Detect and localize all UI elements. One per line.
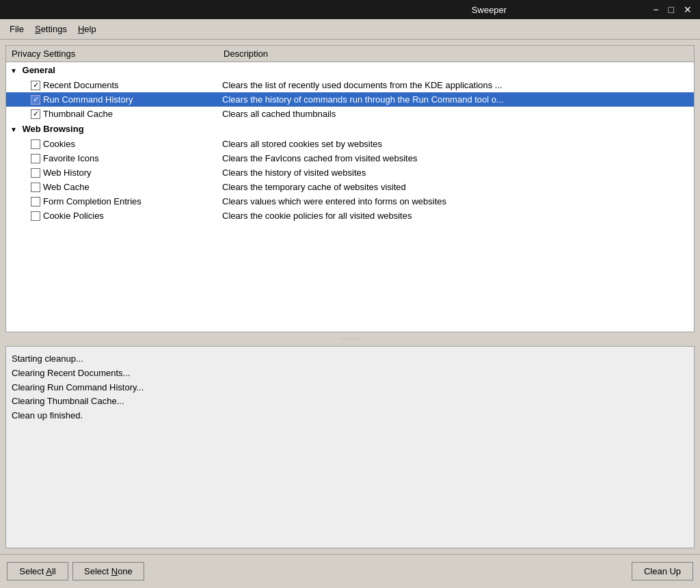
- maximize-button[interactable]: □: [666, 5, 677, 14]
- output-line-4: Clearing Thumbnail Cache...: [12, 395, 688, 409]
- item-label-cookies: Cookies: [43, 139, 75, 149]
- checkbox-form-completion[interactable]: [31, 197, 40, 206]
- item-label-web-history: Web History: [43, 168, 92, 178]
- checkbox-cookie-policies[interactable]: [31, 211, 40, 221]
- table-row[interactable]: Web Cache Clears the temporary cache of …: [6, 180, 694, 194]
- divider[interactable]: · · · · ·: [5, 336, 695, 342]
- item-desc-cookie-policies: Clears the cookie policies for all visit…: [218, 209, 694, 223]
- menu-settings[interactable]: Settings: [29, 22, 72, 36]
- output-line-5: Clean up finished.: [12, 409, 688, 423]
- checkbox-recent-documents[interactable]: [31, 81, 40, 90]
- item-desc-cookies: Clears all stored cookies set by website…: [218, 137, 694, 151]
- checkbox-cookies[interactable]: [31, 139, 40, 149]
- item-label-cookie-policies: Cookie Policies: [43, 211, 104, 221]
- select-all-button[interactable]: Select All: [7, 562, 68, 580]
- table-row[interactable]: Thumbnail Cache Clears all cached thumbn…: [6, 107, 694, 121]
- window-title: Sweeper: [328, 5, 651, 15]
- close-button[interactable]: ✕: [681, 5, 695, 14]
- table-row[interactable]: Favorite Icons Clears the FavIcons cache…: [6, 151, 694, 165]
- checkbox-thumbnail-cache[interactable]: [31, 109, 40, 119]
- col-header-description: Description: [218, 46, 694, 62]
- table-row[interactable]: Recent Documents Clears the list of rece…: [6, 78, 694, 92]
- item-desc-web-cache: Clears the temporary cache of websites v…: [218, 180, 694, 194]
- item-label-run-command-history: Run Command History: [43, 94, 133, 105]
- settings-panel: Privacy Settings Description ▼ General R…: [5, 45, 695, 332]
- menu-file[interactable]: File: [4, 22, 29, 36]
- item-desc-recent-documents: Clears the list of recently used documen…: [218, 78, 694, 92]
- output-panel: Starting cleanup... Clearing Recent Docu…: [5, 346, 695, 548]
- group-header-general: ▼ General: [6, 62, 694, 79]
- main-content: Privacy Settings Description ▼ General R…: [0, 40, 700, 554]
- select-none-button[interactable]: Select None: [72, 562, 144, 580]
- checkbox-favorite-icons[interactable]: [31, 154, 40, 163]
- item-desc-favorite-icons: Clears the FavIcons cached from visited …: [218, 151, 694, 165]
- clean-up-button[interactable]: Clean Up: [632, 562, 693, 580]
- arrow-icon: ▼: [10, 67, 17, 75]
- table-row[interactable]: Form Completion Entries Clears values wh…: [6, 194, 694, 209]
- output-line-3: Clearing Run Command History...: [12, 381, 688, 395]
- group-web-browsing-label: Web Browsing: [23, 124, 84, 134]
- minimize-button[interactable]: −: [650, 5, 661, 14]
- settings-table: Privacy Settings Description ▼ General R…: [6, 46, 694, 223]
- item-desc-run-command-history: Clears the history of commands run throu…: [218, 92, 694, 107]
- title-bar: Sweeper − □ ✕: [0, 0, 700, 19]
- item-label-form-completion: Form Completion Entries: [43, 196, 142, 206]
- output-line-2: Clearing Recent Documents...: [12, 366, 688, 381]
- group-general-label: General: [23, 65, 55, 75]
- table-header: Privacy Settings Description: [6, 46, 694, 62]
- group-header-web-browsing: ▼ Web Browsing: [6, 121, 694, 137]
- item-label-thumbnail-cache: Thumbnail Cache: [43, 109, 113, 119]
- bottom-bar: Select All Select None Clean Up: [0, 554, 700, 588]
- table-row[interactable]: Cookie Policies Clears the cookie polici…: [6, 209, 694, 223]
- table-row[interactable]: Run Command History Clears the history o…: [6, 92, 694, 107]
- output-line-1: Starting cleanup...: [12, 352, 688, 366]
- item-desc-thumbnail-cache: Clears all cached thumbnails: [218, 107, 694, 121]
- col-header-privacy: Privacy Settings: [6, 46, 218, 62]
- arrow-icon: ▼: [10, 126, 17, 133]
- item-label-web-cache: Web Cache: [43, 182, 90, 192]
- table-row[interactable]: Cookies Clears all stored cookies set by…: [6, 137, 694, 151]
- bottom-left-buttons: Select All Select None: [7, 562, 144, 580]
- table-row[interactable]: Web History Clears the history of visite…: [6, 165, 694, 180]
- item-label-favorite-icons: Favorite Icons: [43, 153, 99, 163]
- checkbox-run-command-history[interactable]: [31, 95, 40, 105]
- item-desc-web-history: Clears the history of visited websites: [218, 165, 694, 180]
- item-label-recent-documents: Recent Documents: [43, 80, 119, 90]
- checkbox-web-history[interactable]: [31, 168, 40, 178]
- bottom-right-buttons: Clean Up: [632, 562, 693, 580]
- checkbox-web-cache[interactable]: [31, 183, 40, 192]
- menu-help[interactable]: Help: [72, 22, 102, 36]
- window-controls: − □ ✕: [650, 5, 695, 14]
- menu-bar: File Settings Help: [0, 19, 700, 40]
- item-desc-form-completion: Clears values which were entered into fo…: [218, 194, 694, 209]
